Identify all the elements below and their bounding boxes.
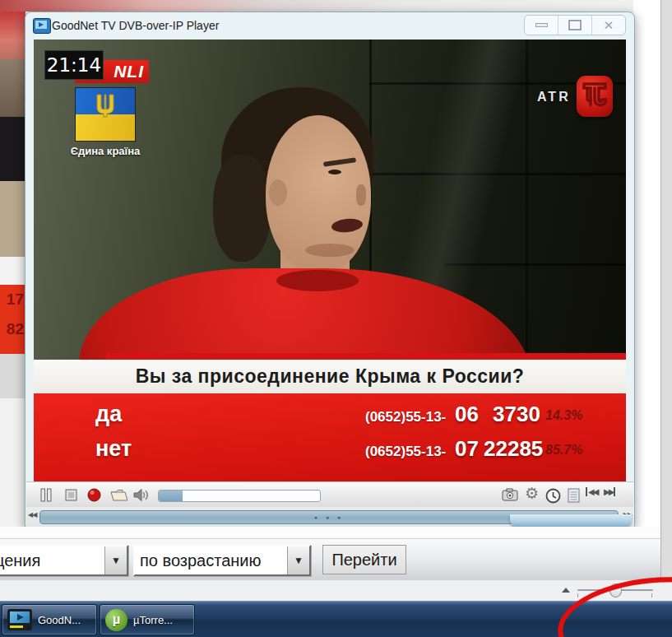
window-title: GoodNet TV DVB-over-IP Player: [52, 19, 219, 32]
bg-red-fragment: [0, 12, 25, 59]
screen: 17 82 GoodNet TV DVB-over-IP Player ✕: [0, 0, 672, 637]
taskbar-button-goodnet[interactable]: GoodN...: [2, 604, 97, 635]
slider-tick: [577, 593, 578, 597]
desktop-background-left: 17 82: [0, 12, 25, 538]
next-channel-button[interactable]: ▶▶: [604, 487, 615, 496]
poll-question: Вы за присоединение Крыма к России?: [136, 365, 525, 388]
window-titlebar[interactable]: GoodNet TV DVB-over-IP Player ✕: [25, 12, 634, 40]
poll-results-band: да (0652)55-13- 06 3730 14.3% нет (0652)…: [34, 393, 626, 481]
poll-phone: (0652)55-13-: [365, 409, 446, 425]
minimize-button[interactable]: [525, 16, 558, 35]
play-icon: [17, 614, 24, 621]
poll-votes: 22285: [484, 436, 543, 462]
player-window: GoodNet TV DVB-over-IP Player ✕: [25, 12, 635, 528]
taskbar-button-utorrent[interactable]: µ µTorre...: [100, 604, 195, 635]
poll-phone-code: 07: [455, 436, 479, 462]
poll-option-label: нет: [95, 436, 132, 462]
volume-slider[interactable]: [158, 490, 321, 502]
poll-votes: 3730: [493, 402, 540, 427]
go-button-label: Перейти: [331, 551, 396, 570]
go-button[interactable]: Перейти: [322, 545, 406, 574]
pause-button[interactable]: [39, 488, 53, 502]
atr-tamga-badge: [577, 76, 613, 117]
poll-option-label: да: [95, 402, 122, 427]
video-area[interactable]: NLI 21:14 Єдина країна ATR: [34, 40, 626, 481]
tv-bar: [10, 625, 23, 628]
guest-hair-side: [213, 155, 271, 262]
broadcast-clock: 21:14: [44, 50, 104, 80]
channel-logo: ATR: [537, 76, 619, 119]
seek-grip-dots: ● ● ●: [314, 514, 345, 520]
broadcast-clock-text: 21:14: [47, 54, 101, 76]
bg-light-band: [0, 398, 25, 538]
snapshot-button[interactable]: [502, 488, 518, 501]
poll-percent: 14.3%: [545, 408, 582, 423]
flag-caption: Єдина країна: [57, 145, 154, 157]
utorrent-icon: µ: [105, 609, 127, 631]
sort-order-value: по возрастанию: [135, 551, 266, 570]
dropdown-arrow-icon[interactable]: ▼: [104, 546, 127, 574]
sort-field-select[interactable]: азмещения ▼: [0, 545, 128, 576]
page-background: [0, 527, 660, 538]
record-button[interactable]: [87, 488, 101, 502]
vertical-scrollbar[interactable]: [660, 0, 672, 579]
utorrent-glyph: µ: [113, 611, 121, 628]
page-lower-band: [0, 579, 672, 602]
channel-name: ATR: [537, 90, 571, 105]
bg-number: 82: [0, 314, 24, 344]
taskbar-button-label: GoodN...: [38, 614, 81, 626]
previous-channel-button[interactable]: ◀◀: [586, 487, 597, 496]
app-tv-icon: [33, 18, 51, 34]
bg-white-band: [0, 257, 25, 285]
sort-order-select[interactable]: по возрастанию ▼: [133, 545, 311, 576]
poll-question-band: Вы за присоединение Крыма к России?: [34, 360, 626, 393]
tamga-icon: [582, 82, 607, 110]
playlist-button[interactable]: [568, 488, 580, 503]
window-resize-grip[interactable]: [510, 514, 632, 528]
maximize-button[interactable]: [558, 16, 592, 35]
bg-person-fragment: [0, 59, 25, 117]
poll-phone: (0652)55-13-: [365, 444, 446, 460]
window-buttons: ✕: [524, 15, 626, 35]
minimize-icon: [535, 23, 548, 27]
guest-ear: [269, 179, 287, 206]
play-icon: [39, 22, 44, 27]
sort-field-value: азмещения: [0, 551, 45, 570]
sweater-collar: [276, 270, 359, 291]
trident-emblem: [94, 93, 117, 121]
timeshift-button[interactable]: [545, 488, 561, 504]
poll-percent: 85.7%: [545, 443, 582, 458]
seek-back-icon[interactable]: ◀◀: [28, 511, 36, 518]
goodnet-tv-icon: [7, 609, 32, 630]
close-button[interactable]: ✕: [592, 16, 625, 35]
close-icon: ✕: [604, 18, 614, 33]
slider-up-arrow[interactable]: [562, 588, 570, 593]
player-controls: ⚙ ◀◀ ▶▶: [26, 481, 633, 508]
taskbar-button-label: µTorre...: [133, 614, 173, 626]
desktop-background-top: [0, 0, 672, 12]
open-folder-button[interactable]: [110, 488, 127, 502]
mute-button[interactable]: [133, 488, 151, 502]
guest-eye: [328, 170, 341, 174]
poll-row-no: нет (0652)55-13- 07 22285 85.7%: [34, 436, 626, 466]
bg-red-band-numbers: 17 82: [0, 285, 25, 354]
bg-suit-fragment: [0, 117, 25, 181]
page-form-band: азмещения ▼ по возрастанию ▼ Перейти: [0, 538, 660, 580]
ukraine-flag: [75, 87, 136, 142]
poll-phone-code: 06: [455, 402, 479, 427]
bg-beige-fragment: [0, 181, 25, 257]
stop-button[interactable]: [64, 488, 78, 502]
guest-nose-shadow: [356, 184, 366, 206]
dropdown-arrow-icon[interactable]: ▼: [287, 546, 309, 574]
volume-slider-fill: [159, 491, 183, 501]
maximize-icon: [568, 20, 582, 30]
settings-gear-button[interactable]: ⚙: [525, 484, 539, 502]
poll-row-yes: да (0652)55-13- 06 3730 14.3%: [34, 402, 626, 431]
guest-chin-shadow: [305, 244, 355, 257]
bg-gray-band: [0, 354, 25, 398]
bg-number: 17: [0, 285, 24, 314]
studio-panel-seam: [526, 40, 528, 360]
nli-banner-text: NLI: [114, 62, 144, 81]
poll-top-stripe: [106, 353, 626, 360]
